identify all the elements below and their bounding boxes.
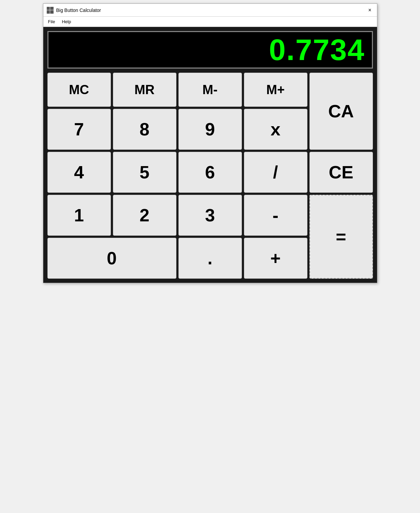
menu-file[interactable]: File: [45, 18, 58, 25]
title-bar-left: Big Button Calculator: [47, 7, 101, 14]
button-2[interactable]: 2: [113, 195, 176, 236]
button-5[interactable]: 5: [113, 152, 176, 193]
calculator-window: Big Button Calculator × File Help 0.7734…: [43, 3, 377, 283]
button-decimal[interactable]: .: [178, 238, 242, 279]
calculator-display: 0.7734: [47, 31, 373, 69]
button-equals[interactable]: =: [309, 195, 373, 279]
buttons-grid: MC MR M- M+ CA 7 8 9 x 4 5 6 / CE 1 2 3 …: [47, 73, 373, 279]
button-multiply[interactable]: x: [244, 109, 307, 150]
button-mminus[interactable]: M-: [178, 73, 242, 107]
button-divide[interactable]: /: [244, 152, 307, 193]
button-1[interactable]: 1: [47, 195, 111, 236]
calculator-body: 0.7734 MC MR M- M+ CA 7 8 9 x 4 5 6 / CE…: [43, 27, 377, 283]
button-6[interactable]: 6: [178, 152, 242, 193]
button-mc[interactable]: MC: [47, 73, 111, 107]
button-7[interactable]: 7: [47, 109, 111, 150]
menu-help[interactable]: Help: [59, 18, 74, 25]
button-mr[interactable]: MR: [113, 73, 176, 107]
button-4[interactable]: 4: [47, 152, 111, 193]
close-button[interactable]: ×: [366, 6, 373, 14]
button-8[interactable]: 8: [113, 109, 176, 150]
button-9[interactable]: 9: [178, 109, 242, 150]
window-title: Big Button Calculator: [56, 8, 101, 13]
button-3[interactable]: 3: [178, 195, 242, 236]
app-icon: [47, 7, 54, 14]
display-value: 0.7734: [269, 32, 365, 67]
button-mplus[interactable]: M+: [244, 73, 307, 107]
button-add[interactable]: +: [244, 238, 307, 279]
button-subtract[interactable]: -: [244, 195, 307, 236]
button-ca[interactable]: CA: [309, 73, 373, 150]
button-0[interactable]: 0: [47, 238, 176, 279]
title-bar: Big Button Calculator ×: [43, 4, 377, 17]
menu-bar: File Help: [43, 17, 377, 27]
button-ce[interactable]: CE: [309, 152, 373, 193]
